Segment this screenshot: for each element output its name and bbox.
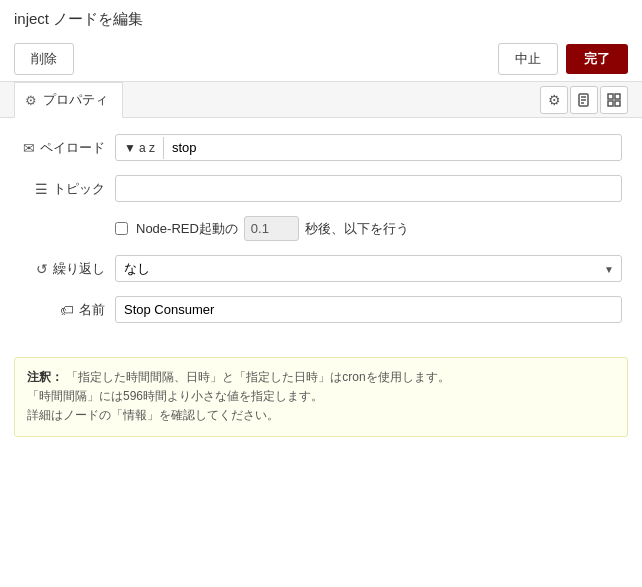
startup-checkbox[interactable] bbox=[115, 222, 128, 235]
repeat-icon: ↺ bbox=[36, 261, 48, 277]
name-row: 🏷 名前 bbox=[20, 296, 622, 323]
seconds-input[interactable] bbox=[244, 216, 299, 241]
repeat-select-wrapper: なし 時間間隔 指定した日時 ▼ bbox=[115, 255, 622, 282]
note-prefix: 注釈： bbox=[27, 370, 63, 384]
gear-icon-btn[interactable]: ⚙ bbox=[540, 86, 568, 114]
topic-input[interactable] bbox=[115, 175, 622, 202]
tab-properties[interactable]: ⚙ プロパティ bbox=[14, 82, 123, 118]
checkbox-row: Node-RED起動の 秒後、以下を行う bbox=[20, 216, 622, 241]
list-icon: ☰ bbox=[35, 181, 48, 197]
tabs-bar: ⚙ プロパティ ⚙ bbox=[0, 82, 642, 118]
repeat-label: ↺ 繰り返し bbox=[20, 260, 105, 278]
type-label: a z bbox=[139, 141, 155, 155]
svg-rect-6 bbox=[608, 101, 613, 106]
done-button[interactable]: 完了 bbox=[566, 44, 628, 74]
layout-icon-btn[interactable] bbox=[600, 86, 628, 114]
tab-properties-label: プロパティ bbox=[43, 91, 108, 109]
delete-button[interactable]: 削除 bbox=[14, 43, 74, 75]
payload-row: ✉ ペイロード ▼ a z bbox=[20, 134, 622, 161]
payload-input[interactable] bbox=[164, 135, 621, 160]
toolbar: 削除 中止 完了 bbox=[0, 37, 642, 82]
type-arrow: ▼ bbox=[124, 141, 136, 155]
svg-rect-7 bbox=[615, 101, 620, 106]
repeat-select[interactable]: なし 時間間隔 指定した日時 bbox=[115, 255, 622, 282]
repeat-row: ↺ 繰り返し なし 時間間隔 指定した日時 ▼ bbox=[20, 255, 622, 282]
payload-type-select[interactable]: ▼ a z bbox=[116, 137, 164, 159]
svg-rect-5 bbox=[615, 94, 620, 99]
name-label: 🏷 名前 bbox=[20, 301, 105, 319]
gear-tab-icon: ⚙ bbox=[25, 93, 37, 108]
note-line2: 「時間間隔」には596時間より小さな値を指定します。 bbox=[27, 389, 323, 403]
startup-label: Node-RED起動の 秒後、以下を行う bbox=[136, 216, 409, 241]
page-title: inject ノードを編集 bbox=[0, 0, 642, 37]
payload-label: ✉ ペイロード bbox=[20, 139, 105, 157]
doc-icon-btn[interactable] bbox=[570, 86, 598, 114]
tab-icons-right: ⚙ bbox=[540, 86, 628, 114]
tag-icon: 🏷 bbox=[60, 302, 74, 318]
cancel-button[interactable]: 中止 bbox=[498, 43, 558, 75]
note-line1: 「指定した時間間隔、日時」と「指定した日時」はcronを使用します。 bbox=[66, 370, 449, 384]
note-line3: 詳細はノードの「情報」を確認してください。 bbox=[27, 408, 279, 422]
name-input[interactable] bbox=[115, 296, 622, 323]
payload-field-wrapper: ▼ a z bbox=[115, 134, 622, 161]
note-box: 注釈： 「指定した時間間隔、日時」と「指定した日時」はcronを使用します。 「… bbox=[14, 357, 628, 437]
topic-row: ☰ トピック bbox=[20, 175, 622, 202]
envelope-icon: ✉ bbox=[23, 140, 35, 156]
svg-rect-4 bbox=[608, 94, 613, 99]
form-body: ✉ ペイロード ▼ a z ☰ トピック Node-RED起動の 秒後、以下を行… bbox=[0, 118, 642, 353]
topic-label: ☰ トピック bbox=[20, 180, 105, 198]
